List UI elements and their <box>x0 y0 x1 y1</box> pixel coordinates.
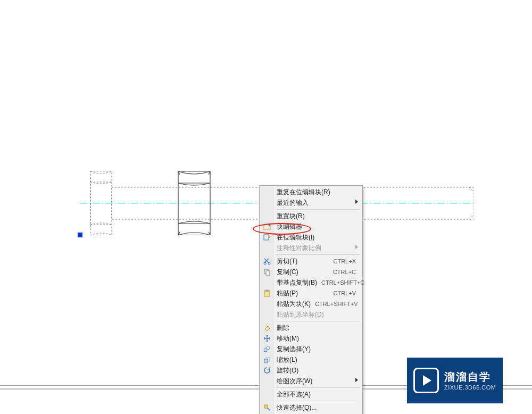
menu-paste[interactable]: 粘贴(P) CTRL+V <box>261 288 361 299</box>
menu-deselect-all[interactable]: 全部不选(A) <box>261 389 361 400</box>
menu-label: 粘贴到原坐标(D) <box>277 309 356 320</box>
menu-label: 在位编辑块(I) <box>277 232 356 243</box>
menu-draw-order[interactable]: 绘图次序(W) <box>261 376 361 386</box>
submenu-arrow-icon <box>355 245 358 249</box>
edit-in-place-icon <box>263 233 271 242</box>
submenu-arrow-icon <box>355 200 358 204</box>
eraser-icon <box>263 324 271 332</box>
menu-reset-block[interactable]: 重置块(R) <box>261 211 361 221</box>
menu-label: 绘图次序(W) <box>277 376 356 386</box>
menu-separator <box>276 321 360 321</box>
menu-recent-input[interactable]: 最近的输入 <box>261 197 361 208</box>
menu-label: 重置块(R) <box>277 211 356 221</box>
svg-rect-16 <box>264 235 269 240</box>
scissors-icon <box>263 257 271 266</box>
svg-rect-22 <box>266 290 268 292</box>
menu-move[interactable]: 移动(M) <box>261 333 361 344</box>
menu-label: 粘贴(P) <box>277 288 329 299</box>
menu-annotative-scale: 注释性对象比例 <box>261 243 361 253</box>
copy-selection-icon <box>263 345 271 353</box>
menu-separator <box>276 387 360 388</box>
menu-shortcut: CTRL+SHIFT+V <box>315 299 358 309</box>
menu-quick-select[interactable]: 快速选择(Q)... <box>261 402 361 413</box>
menu-label: 重复在位编辑块(R) <box>277 187 356 197</box>
paste-icon <box>263 289 271 297</box>
menu-copy-selection[interactable]: 复制选择(Y) <box>261 344 361 354</box>
menu-label: 移动(M) <box>277 333 356 344</box>
menu-cut[interactable]: 剪切(T) CTRL+X <box>261 256 361 267</box>
menu-separator <box>276 209 360 210</box>
menu-repeat-edit-block[interactable]: 重复在位编辑块(R) <box>261 187 361 197</box>
menu-paste-original-coord: 粘贴到原坐标(D) <box>261 309 361 320</box>
context-menu: 重复在位编辑块(R) 最近的输入 重置块(R) 块编辑器 在位编辑块(I) 注释… <box>259 185 363 414</box>
menu-label: 最近的输入 <box>277 197 356 208</box>
menu-label: 删除 <box>277 322 356 333</box>
menu-label: 缩放(L) <box>277 354 356 365</box>
menu-shortcut: CTRL+C <box>333 267 356 277</box>
menu-paste-as-block[interactable]: 粘贴为块(K) CTRL+SHIFT+V <box>261 299 361 309</box>
svg-rect-27 <box>264 405 268 408</box>
menu-label: 复制(C) <box>277 267 329 277</box>
menu-rotate[interactable]: 旋转(O) <box>261 365 361 376</box>
scale-icon <box>263 355 271 364</box>
rotate-icon <box>263 366 271 375</box>
play-logo-icon <box>413 368 439 393</box>
menu-delete[interactable]: 删除 <box>261 322 361 333</box>
menu-separator <box>276 401 360 401</box>
quick-select-icon <box>263 403 271 412</box>
menu-label: 快速选择(Q)... <box>277 402 356 413</box>
menu-label: 复制选择(Y) <box>277 344 356 354</box>
watermark-badge: 溜溜自学 ZIXUE.3D66.COM <box>407 358 503 403</box>
menu-copy-with-base-point[interactable]: 带基点复制(B) CTRL+SHIFT+C <box>261 277 361 288</box>
copy-icon <box>263 268 271 276</box>
menu-label: 带基点复制(B) <box>277 277 317 288</box>
menu-block-editor[interactable]: 块编辑器 <box>261 221 361 232</box>
menu-label: 旋转(O) <box>277 365 356 376</box>
menu-label: 注释性对象比例 <box>277 243 356 253</box>
menu-shortcut: CTRL+X <box>334 256 356 267</box>
submenu-arrow-icon <box>355 378 358 382</box>
menu-label: 块编辑器 <box>277 221 356 232</box>
menu-label: 剪切(T) <box>277 256 329 267</box>
svg-line-7 <box>469 215 473 219</box>
menu-label: 全部不选(A) <box>277 389 356 400</box>
menu-edit-block-in-place[interactable]: 在位编辑块(I) <box>261 232 361 243</box>
menu-copy[interactable]: 复制(C) CTRL+C <box>261 267 361 277</box>
svg-rect-20 <box>266 271 270 275</box>
block-editor-icon <box>263 222 271 231</box>
menu-separator <box>276 254 360 255</box>
menu-shortcut: CTRL+SHIFT+C <box>321 277 364 288</box>
svg-point-18 <box>268 262 270 264</box>
menu-label: 粘贴为块(K) <box>277 299 311 309</box>
menu-shortcut: CTRL+V <box>334 288 356 299</box>
svg-point-24 <box>267 346 270 350</box>
menu-scale[interactable]: 缩放(L) <box>261 354 361 365</box>
brand-url: ZIXUE.3D66.COM <box>444 384 496 391</box>
selection-grip[interactable] <box>78 233 82 237</box>
svg-line-6 <box>469 187 473 192</box>
brand-title: 溜溜自学 <box>444 370 496 384</box>
move-icon <box>263 334 271 343</box>
